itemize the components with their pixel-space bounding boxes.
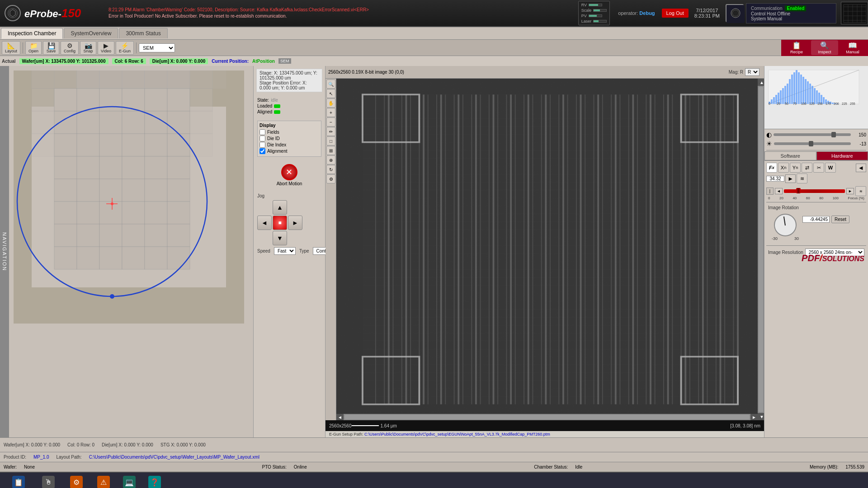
comm-panel: Communication Enabled Control Host Offli… [746, 3, 836, 23]
tab-inspection-chamber[interactable]: Inspection Chamber [1, 28, 63, 39]
x-subscript-icon[interactable]: Xn [778, 163, 789, 173]
svg-rect-170 [784, 86, 786, 104]
layout-button[interactable]: 📐 Layout [2, 41, 20, 55]
zoom-in-icon[interactable]: 🔍 [326, 80, 335, 89]
plus-icon[interactable]: + [326, 108, 335, 117]
svg-rect-23 [122, 70, 145, 89]
rotate-icon[interactable]: ↻ [326, 165, 335, 174]
svg-rect-45 [54, 134, 77, 156]
manual-button[interactable]: 📖 Manual [839, 40, 866, 55]
logout-button[interactable]: Log Out [662, 9, 689, 18]
focus-right-button[interactable]: ► [846, 188, 854, 194]
egun-button[interactable]: ⚡ E-Gun [116, 41, 134, 55]
top-header: eProbe-150 8:21:29 PM Alarm 'ChamberWarn… [0, 0, 868, 27]
scroll-up-button[interactable]: ▲ [758, 79, 764, 86]
rotation-dial[interactable] [774, 214, 797, 236]
taskbar-help[interactable]: ❓ Help [144, 474, 165, 488]
font-fx-icon[interactable]: Fx [766, 163, 777, 173]
save-button[interactable]: 💾 Save [43, 41, 59, 55]
angle-value-input[interactable] [766, 176, 784, 182]
status-panel: RV Scale PV Laser [575, 0, 614, 27]
taskbar-alarms[interactable]: ⚠ Alarms [92, 474, 115, 488]
focus-track[interactable] [784, 189, 845, 193]
rotation-input[interactable]: -9.44245 [802, 216, 830, 223]
jog-stop-button[interactable]: ■ [273, 216, 287, 230]
cursor-icon[interactable]: ↖ [326, 89, 335, 98]
jog-up-button[interactable]: ▲ [273, 200, 287, 215]
reset-button[interactable]: Reset [831, 216, 849, 223]
y-subscript-icon[interactable]: Yn [790, 163, 801, 173]
zoom-fit-icon[interactable]: ⊞ [326, 146, 335, 155]
scissors-icon[interactable]: ✂ [813, 163, 824, 173]
mag-select[interactable]: R [745, 68, 760, 76]
recipe-button[interactable]: 📋 Recipe [783, 40, 810, 55]
jog-down-button[interactable]: ▼ [273, 231, 287, 245]
jog-panel: Jog ▲ ◄ ■ ► ▼ Speed Fast Type Continuous [255, 192, 323, 257]
operator-mode: Debug [639, 10, 655, 16]
die-index-row[interactable]: Die Index [259, 142, 319, 148]
alignment-checkbox[interactable] [259, 148, 265, 154]
snap-button[interactable]: 📷 Snap [80, 41, 96, 55]
rect-icon[interactable]: □ [326, 136, 335, 145]
scroll-left-button[interactable]: ◄ [336, 414, 344, 420]
sem-select[interactable]: SEM [139, 43, 175, 52]
die-index-checkbox[interactable] [259, 142, 265, 148]
svg-rect-77 [77, 247, 99, 269]
die-id-row[interactable]: Die ID [259, 136, 319, 141]
taskbar-system[interactable]: ⚙ System [64, 474, 88, 488]
hardware-tab[interactable]: Hardware [816, 151, 868, 160]
settings-icon[interactable]: ⚙ [326, 174, 335, 183]
abort-motion-button[interactable]: ✕ Abort Motion [275, 162, 304, 188]
die-id-checkbox[interactable] [259, 136, 265, 141]
contrast-track[interactable] [774, 142, 851, 145]
system-icon: ⚙ [70, 476, 83, 488]
svg-rect-26 [190, 70, 212, 89]
tab-system-overview[interactable]: SystemOverview [64, 28, 118, 38]
state-value: idle [271, 98, 278, 103]
w-icon[interactable]: W [825, 163, 836, 173]
brightness-track[interactable] [774, 133, 851, 136]
angle-right-button[interactable]: ► [785, 174, 796, 183]
scroll-down-button[interactable]: ▼ [758, 413, 764, 420]
minus-icon[interactable]: − [326, 117, 335, 127]
inspect-button[interactable]: 🔍 Inspect [811, 40, 838, 55]
wafer-map[interactable]: // Generate die grid programmatically [14, 70, 244, 324]
arrows-icon[interactable]: ⇄ [802, 163, 812, 173]
speed-select[interactable]: Fast [274, 247, 296, 255]
navigation-sidebar[interactable]: NAVIGATION [0, 66, 9, 437]
angle-left-button[interactable]: ◄ [856, 164, 866, 172]
taskbar-job-editor[interactable]: 📋 Job Editor [4, 474, 33, 488]
fields-row[interactable]: Fields [259, 129, 319, 135]
signal-icon[interactable]: ≋ [797, 174, 807, 183]
zoom-plus-icon[interactable]: ⊕ [326, 155, 335, 164]
taskbar-host[interactable]: 💻 Host [118, 474, 140, 488]
focus-left-button[interactable]: ◄ [775, 188, 783, 194]
contrast-thumb[interactable] [809, 141, 813, 146]
svg-rect-63 [167, 179, 190, 202]
tab-300mm-status[interactable]: 300mm Status [119, 28, 167, 38]
software-tab[interactable]: Software [764, 151, 816, 160]
jog-left-button[interactable]: ◄ [257, 216, 272, 230]
taskbar-manual[interactable]: 🖱 Manual [37, 474, 61, 488]
taskbar: 📋 Job Editor 🖱 Manual ⚙ System ⚠ Alarms … [0, 472, 868, 488]
hand-icon[interactable]: ✋ [326, 99, 335, 108]
video-button[interactable]: ▶ Video [98, 41, 114, 55]
image-rotation-section: Image Rotation -30 30 -9.44245 Reset [764, 203, 868, 244]
brightness-row: ◐ 150 [766, 131, 866, 138]
jog-right-button[interactable]: ► [288, 216, 302, 230]
alignment-row[interactable]: Alignment [259, 148, 319, 154]
scroll-thumb-v[interactable] [759, 87, 763, 412]
config-button[interactable]: ⚙ Config [61, 41, 79, 55]
focus-thumb[interactable] [796, 188, 801, 193]
draw-icon[interactable]: ✏ [326, 127, 335, 136]
recipe-label: Recipe [790, 50, 803, 54]
open-button[interactable]: 📁 Open [25, 41, 42, 55]
brightness-thumb[interactable] [831, 132, 836, 137]
scroll-right-button[interactable]: ► [750, 414, 758, 420]
sem-size: 2560x2560 [329, 423, 352, 428]
config-label: Config [64, 49, 75, 53]
sem-image-area[interactable]: ▲ ▼ ◄ ► [336, 79, 764, 420]
pdf-solutions-area: PDF/SOLUTIONS [764, 258, 868, 265]
fields-checkbox[interactable] [259, 129, 265, 135]
scroll-thumb-h[interactable] [344, 415, 750, 419]
